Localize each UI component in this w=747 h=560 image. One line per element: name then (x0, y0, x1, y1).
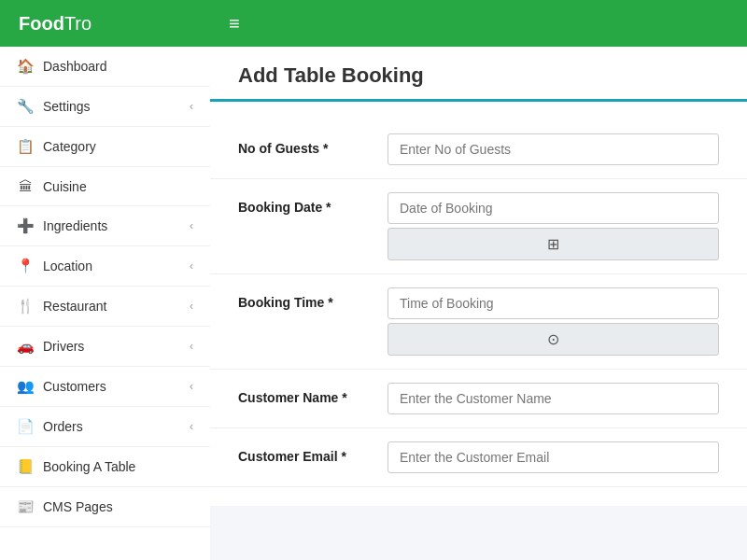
ingredients-chevron-icon: ‹ (190, 219, 193, 232)
cuisine-icon: 🏛 (17, 178, 34, 194)
sidebar-label-cms-pages: CMS Pages (43, 499, 113, 514)
sidebar-item-cuisine[interactable]: 🏛 Cuisine (0, 167, 210, 206)
label-no-of-guests: No of Guests * (238, 133, 388, 156)
label-booking-time: Booking Time * (238, 287, 388, 310)
sidebar-label-category: Category (43, 139, 96, 154)
sidebar-label-customers: Customers (43, 379, 106, 394)
sidebar-label-orders: Orders (43, 419, 83, 434)
sidebar-label-location: Location (43, 259, 92, 273)
nav-list: 🏠 Dashboard 🔧 Settings ‹ 📋 Category 🏛 Cu… (0, 47, 210, 527)
sidebar-label-dashboard: Dashboard (43, 59, 107, 74)
location-icon: 📍 (17, 258, 34, 274)
field-no-of-guests (388, 133, 719, 165)
cms-pages-icon: 📰 (17, 498, 34, 515)
form-row-no-of-guests: No of Guests * (210, 120, 747, 179)
page-header: Add Table Booking (210, 47, 747, 102)
sidebar-item-booking-a-table[interactable]: 📒 Booking A Table (0, 447, 210, 487)
sidebar-header: FoodTro (0, 0, 210, 47)
brand-tro: Tro (64, 13, 92, 35)
sidebar-item-location[interactable]: 📍 Location ‹ (0, 246, 210, 287)
settings-icon: 🔧 (17, 98, 34, 115)
category-icon: 📋 (17, 138, 34, 155)
sidebar-label-settings: Settings (43, 99, 91, 114)
customers-chevron-icon: ‹ (190, 380, 193, 393)
field-booking-date: ⊞ (388, 192, 719, 260)
label-customer-name: Customer Name * (238, 383, 388, 405)
dashboard-icon: 🏠 (17, 58, 34, 75)
hamburger-icon[interactable]: ≡ (229, 13, 240, 35)
customers-icon: 👥 (17, 378, 34, 395)
sidebar-item-cms-pages[interactable]: 📰 CMS Pages (0, 487, 210, 527)
input-booking-date[interactable] (388, 192, 719, 224)
sidebar-label-cuisine: Cuisine (43, 179, 87, 194)
sidebar-label-ingredients: Ingredients (43, 218, 107, 233)
form-row-customer-name: Customer Name * (210, 370, 747, 428)
sidebar-label-restaurant: Restaurant (43, 299, 106, 314)
field-customer-email (388, 441, 719, 473)
content-area: Add Table Booking No of Guests *Booking … (210, 47, 747, 560)
sidebar-item-settings[interactable]: 🔧 Settings ‹ (0, 87, 210, 127)
field-customer-name (388, 383, 719, 414)
main-area: ≡ Add Table Booking No of Guests *Bookin… (210, 0, 747, 560)
sidebar: FoodTro 🏠 Dashboard 🔧 Settings ‹ 📋 Categ… (0, 0, 210, 560)
restaurant-icon: 🍴 (17, 298, 34, 315)
orders-icon: 📄 (17, 418, 34, 435)
sidebar-label-booking-a-table: Booking A Table (43, 459, 135, 474)
topbar: ≡ (210, 0, 747, 47)
form-row-booking-time: Booking Time *⊙ (210, 274, 747, 370)
sidebar-item-category[interactable]: 📋 Category (0, 127, 210, 167)
orders-chevron-icon: ‹ (190, 420, 193, 433)
input-booking-time[interactable] (388, 287, 719, 319)
ingredients-icon: ➕ (17, 217, 34, 234)
restaurant-chevron-icon: ‹ (190, 300, 193, 313)
drivers-chevron-icon: ‹ (190, 340, 193, 353)
sidebar-item-customers[interactable]: 👥 Customers ‹ (0, 367, 210, 407)
drivers-icon: 🚗 (17, 338, 34, 355)
input-no-of-guests[interactable] (388, 133, 719, 165)
field-booking-time: ⊙ (388, 287, 719, 356)
settings-chevron-icon: ‹ (190, 100, 193, 113)
page-title: Add Table Booking (238, 63, 719, 88)
sidebar-item-orders[interactable]: 📄 Orders ‹ (0, 407, 210, 447)
form-row-booking-date: Booking Date *⊞ (210, 179, 747, 274)
booking-a-table-icon: 📒 (17, 458, 34, 475)
label-booking-date: Booking Date * (238, 192, 388, 215)
form-row-customer-email: Customer Email * (210, 428, 747, 487)
brand-food: Food (19, 13, 64, 35)
time-picker[interactable]: ⊙ (388, 323, 719, 356)
sidebar-item-drivers[interactable]: 🚗 Drivers ‹ (0, 327, 210, 367)
sidebar-label-drivers: Drivers (43, 339, 84, 354)
input-customer-name[interactable] (388, 383, 719, 414)
label-customer-email: Customer Email * (238, 441, 388, 464)
calendar-picker[interactable]: ⊞ (388, 228, 719, 260)
input-customer-email[interactable] (388, 441, 719, 473)
sidebar-item-restaurant[interactable]: 🍴 Restaurant ‹ (0, 287, 210, 327)
form-area: No of Guests *Booking Date *⊞Booking Tim… (210, 102, 747, 506)
location-chevron-icon: ‹ (190, 259, 193, 273)
sidebar-item-ingredients[interactable]: ➕ Ingredients ‹ (0, 206, 210, 246)
sidebar-item-dashboard[interactable]: 🏠 Dashboard (0, 47, 210, 87)
